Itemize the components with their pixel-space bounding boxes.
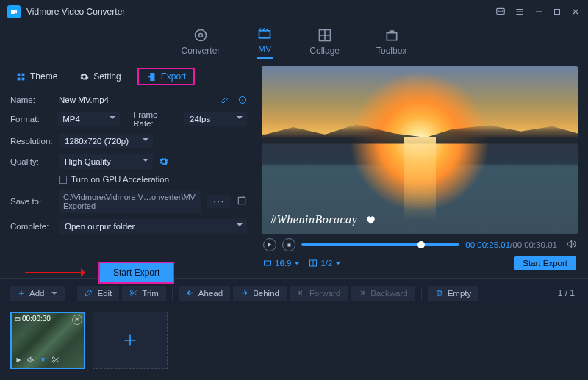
svg-point-20 [131,290,133,293]
clip-effects-icon[interactable] [39,356,47,366]
add-clip-button[interactable] [93,312,168,369]
nav-converter[interactable]: Converter [182,28,220,56]
svg-rect-12 [18,77,21,80]
stop-button[interactable] [282,238,295,251]
quality-select[interactable]: High Quality [59,154,153,169]
nav-mv[interactable]: MV [257,26,273,59]
preview-video[interactable]: #WheninBoracay [262,66,578,234]
svg-rect-22 [15,317,20,320]
format-select[interactable]: MP4 [57,112,120,126]
saveto-label: Save to: [10,197,53,206]
edit-button[interactable]: Edit [77,286,119,301]
clip-remove-icon[interactable]: ✕ [72,315,82,325]
svg-point-6 [198,33,202,37]
ahead-button[interactable]: Ahead [179,286,230,301]
minimize-button[interactable] [534,7,544,17]
preview-overlay-text: #WheninBoracay [270,213,376,226]
start-export-button[interactable]: Start Export [98,262,174,284]
page-indicator: 1 / 1 [558,288,578,298]
open-folder-icon[interactable] [237,196,247,207]
maximize-button[interactable] [553,7,562,16]
saveto-path: C:\Vidmore\Vidmore V…onverter\MV Exporte… [59,190,201,213]
time-current: 00:00:25.01 [465,240,510,249]
clip-thumbnail[interactable]: 00:00:30 ✕ [10,312,85,369]
split-select[interactable]: 1/2 [309,259,341,268]
svg-point-21 [131,293,133,295]
svg-point-3 [502,11,503,12]
svg-rect-7 [259,30,270,37]
seek-slider[interactable] [301,243,459,246]
start-export-secondary-button[interactable]: Start Export [514,256,576,270]
svg-rect-10 [18,73,21,76]
name-value: New MV.mp4 [59,96,212,104]
svg-point-1 [498,11,499,12]
top-nav: Converter MV Collage Toolbox [0,24,588,60]
feedback-icon[interactable] [495,7,506,17]
app-logo [7,5,21,18]
svg-point-19 [90,290,91,291]
complete-select[interactable]: Open output folder [59,219,247,234]
svg-rect-16 [287,243,290,246]
clip-tray: 00:00:30 ✕ [0,307,588,373]
playback-controls: 00:00:25.01/00:00:30.01 [262,234,578,256]
svg-point-5 [195,29,206,40]
tab-export[interactable]: Export [137,68,196,85]
svg-rect-11 [22,73,25,76]
svg-rect-13 [22,77,25,80]
resolution-label: Resolution: [10,137,53,146]
complete-label: Complete: [10,222,53,231]
tab-setting[interactable]: Setting [74,68,126,85]
empty-button[interactable]: Empty [428,286,479,301]
quality-settings-icon[interactable] [159,157,169,167]
tab-theme[interactable]: Theme [10,68,63,85]
svg-rect-9 [387,32,396,40]
preview-panel: #WheninBoracay 00:00:25.01/00:00:30.01 1… [257,60,588,278]
backward-button[interactable]: Backward [351,286,415,301]
nav-toolbox[interactable]: Toolbox [376,28,406,56]
export-panel: Theme Setting Export Name: New MV.mp4 Fo… [0,60,257,278]
clip-trim-icon[interactable] [51,356,60,366]
name-label: Name: [10,96,53,104]
svg-point-23 [52,357,54,359]
quality-label: Quality: [10,157,53,166]
app-title: Vidmore Video Converter [26,7,495,17]
menu-icon[interactable] [514,7,525,17]
add-button[interactable]: Add [10,286,65,301]
svg-rect-17 [265,261,271,265]
info-icon[interactable] [238,96,247,104]
trim-button[interactable]: Trim [122,286,166,301]
forward-button[interactable]: Forward [290,286,348,301]
svg-point-2 [501,11,501,12]
clip-play-icon[interactable] [15,356,22,366]
clip-duration: 00:00:30 [15,315,51,323]
format-label: Format: [10,115,51,123]
browse-button[interactable]: ··· [207,195,231,208]
nav-collage[interactable]: Collage [309,28,340,56]
titlebar: Vidmore Video Converter [0,0,588,24]
aspect-select[interactable]: 16:9 [263,259,300,268]
resolution-select[interactable]: 1280x720 (720p) [59,134,153,148]
svg-rect-15 [238,197,245,204]
clip-mute-icon[interactable] [26,356,35,366]
play-button[interactable] [263,238,276,251]
edit-name-icon[interactable] [220,96,229,104]
annotation-arrow [25,272,84,273]
volume-icon[interactable] [566,239,576,251]
svg-rect-4 [555,10,560,15]
svg-point-24 [52,360,54,362]
behind-button[interactable]: Behind [233,286,287,301]
close-button[interactable] [570,7,581,17]
framerate-label: Frame Rate: [133,110,178,128]
gpu-checkbox[interactable]: Turn on GPU Acceleration [59,175,169,184]
heart-icon [365,215,376,225]
framerate-select[interactable]: 24fps [184,112,247,126]
time-total: /00:00:30.01 [510,240,557,249]
